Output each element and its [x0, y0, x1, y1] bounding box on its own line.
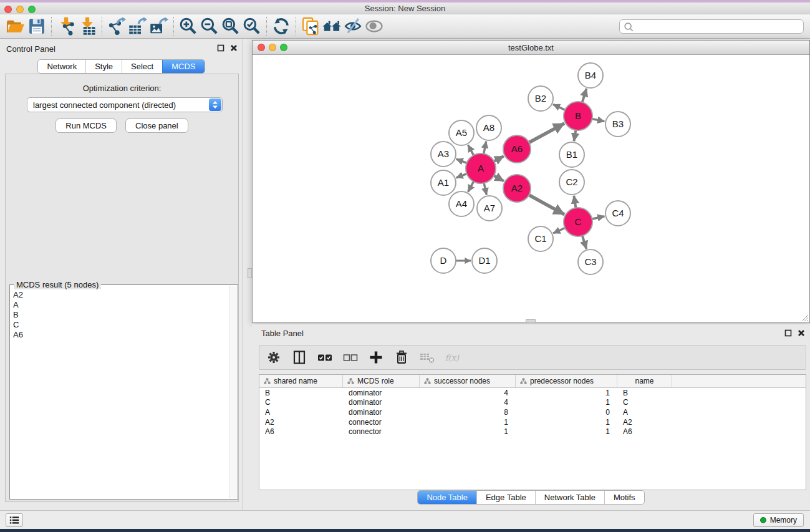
- export-network-icon[interactable]: [106, 16, 127, 37]
- open-session-icon[interactable]: [5, 16, 26, 37]
- minimize-window-button[interactable]: [16, 6, 24, 13]
- close-panel-button[interactable]: Close panel: [125, 118, 188, 133]
- clone-network-icon[interactable]: [300, 16, 321, 37]
- search-input[interactable]: [634, 21, 803, 32]
- graph-node-A6[interactable]: A6: [503, 135, 531, 163]
- add-column-icon[interactable]: [368, 349, 384, 365]
- table-row[interactable]: Adominator80A: [259, 407, 806, 417]
- graph-node-C3[interactable]: C3: [578, 249, 603, 274]
- table-cell[interactable]: 1: [420, 418, 516, 427]
- network-close-button[interactable]: [258, 44, 265, 51]
- task-history-button[interactable]: [6, 513, 23, 527]
- table-cell[interactable]: 1: [516, 389, 617, 397]
- import-network-icon[interactable]: [55, 16, 77, 37]
- network-zoom-button[interactable]: [280, 44, 287, 51]
- show-hide-eye-icon[interactable]: [364, 16, 385, 37]
- tab-network[interactable]: Network: [38, 60, 85, 73]
- table-row[interactable]: A6connector11A6: [259, 427, 806, 437]
- tab-network-table[interactable]: Network Table: [535, 491, 604, 504]
- table-cell[interactable]: dominator: [343, 398, 420, 407]
- tab-select[interactable]: Select: [122, 60, 162, 73]
- graph-node-C[interactable]: C: [564, 208, 592, 236]
- zoom-in-icon[interactable]: [178, 16, 199, 37]
- network-canvas[interactable]: B4 B2 B B3 A8 A5 A6 A3 B1 A C2 A1 A2 A4 …: [253, 55, 809, 322]
- mcds-result-item[interactable]: A6: [13, 330, 228, 340]
- export-image-icon[interactable]: [148, 16, 170, 37]
- mcds-result-scrollbar[interactable]: [229, 286, 237, 498]
- table-cell[interactable]: connector: [343, 418, 420, 427]
- network-minimize-button[interactable]: [269, 44, 276, 51]
- zoom-fit-icon[interactable]: [220, 16, 241, 37]
- tab-mcds[interactable]: MCDS: [162, 60, 204, 73]
- table-cell[interactable]: dominator: [343, 408, 420, 417]
- tab-edge-table[interactable]: Edge Table: [476, 491, 535, 504]
- table-cell[interactable]: C: [259, 398, 343, 407]
- graph-node-B1[interactable]: B1: [559, 142, 584, 167]
- graph-node-C4[interactable]: C4: [605, 201, 630, 226]
- table-cell[interactable]: A2: [259, 418, 343, 427]
- table-row[interactable]: Bdominator41B: [259, 388, 806, 398]
- column-header-successor-nodes[interactable]: successor nodes: [420, 375, 516, 387]
- table-cell[interactable]: 8: [420, 408, 516, 417]
- column-header-name[interactable]: name: [617, 375, 672, 387]
- search-field[interactable]: [619, 19, 804, 34]
- deselect-all-rows-icon[interactable]: [342, 349, 359, 365]
- graph-node-A3[interactable]: A3: [431, 142, 456, 167]
- mcds-result-item[interactable]: A2: [13, 290, 228, 300]
- select-all-rows-icon[interactable]: [317, 349, 333, 365]
- float-panel-icon[interactable]: [784, 329, 792, 337]
- table-cell[interactable]: A: [617, 408, 672, 417]
- memory-button[interactable]: Memory: [753, 513, 804, 527]
- graph-node-B4[interactable]: B4: [578, 63, 603, 88]
- float-panel-icon[interactable]: [217, 44, 224, 52]
- delete-column-icon[interactable]: [393, 349, 410, 365]
- table-cell[interactable]: A2: [617, 418, 672, 427]
- birds-eye-icon[interactable]: [321, 16, 342, 37]
- splitter-handle-bottom[interactable]: [526, 319, 536, 323]
- table-cell[interactable]: 1: [516, 418, 617, 427]
- column-header-shared-name[interactable]: shared name: [259, 375, 343, 387]
- graph-node-C2[interactable]: C2: [559, 170, 584, 195]
- column-header-predecessor-nodes[interactable]: predecessor nodes: [516, 375, 617, 387]
- graph-node-A1[interactable]: A1: [431, 170, 456, 195]
- table-cell[interactable]: 1: [420, 427, 516, 436]
- graph-node-B[interactable]: B: [564, 102, 592, 130]
- network-window-titlebar[interactable]: testGlobe.txt: [253, 41, 809, 55]
- mcds-result-item[interactable]: B: [13, 310, 228, 320]
- table-cell[interactable]: A: [259, 408, 343, 417]
- graph-node-C1[interactable]: C1: [528, 226, 553, 251]
- tab-node-table[interactable]: Node Table: [418, 491, 476, 504]
- zoom-selected-icon[interactable]: [241, 16, 263, 37]
- table-cell[interactable]: 4: [420, 398, 516, 407]
- graph-node-A8[interactable]: A8: [476, 115, 501, 140]
- run-mcds-button[interactable]: Run MCDS: [55, 118, 117, 133]
- splitter-handle-left[interactable]: [248, 268, 252, 278]
- column-header-MCDS-role[interactable]: MCDS role: [343, 375, 420, 387]
- table-cell[interactable]: connector: [343, 427, 420, 436]
- graph-node-A7[interactable]: A7: [477, 196, 502, 221]
- export-table-icon[interactable]: [127, 16, 148, 37]
- close-panel-icon[interactable]: [230, 44, 238, 52]
- table-cell[interactable]: 1: [516, 398, 617, 407]
- optimization-criterion-select[interactable]: largest connected component (directed): [27, 97, 223, 112]
- close-window-button[interactable]: [4, 6, 12, 13]
- table-cell[interactable]: 4: [420, 389, 516, 397]
- table-cell[interactable]: 1: [516, 427, 617, 436]
- column-visibility-icon[interactable]: [291, 349, 307, 365]
- refresh-icon[interactable]: [271, 16, 292, 37]
- graph-node-A2[interactable]: A2: [503, 175, 531, 202]
- graph-node-B2[interactable]: B2: [528, 86, 553, 111]
- save-session-icon[interactable]: [26, 16, 47, 37]
- zoom-out-icon[interactable]: [199, 16, 220, 37]
- table-cell[interactable]: B: [259, 389, 343, 397]
- graph-node-D1[interactable]: D1: [472, 248, 497, 273]
- table-cell[interactable]: A6: [617, 427, 672, 436]
- graph-node-A[interactable]: A: [466, 153, 496, 183]
- mcds-result-item[interactable]: A: [13, 300, 228, 310]
- mcds-result-item[interactable]: C: [13, 320, 228, 330]
- table-row[interactable]: A2connector11A2: [259, 417, 806, 427]
- zoom-window-button[interactable]: [28, 6, 36, 13]
- table-cell[interactable]: dominator: [343, 389, 420, 397]
- resize-grip-icon[interactable]: [800, 313, 809, 322]
- table-cell[interactable]: C: [617, 398, 672, 407]
